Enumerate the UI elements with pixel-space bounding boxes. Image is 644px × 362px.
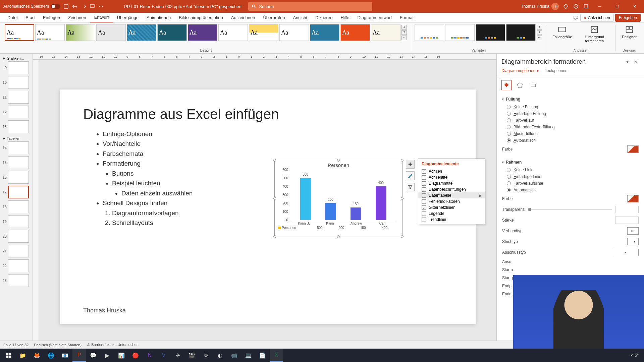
taskbar-zoom[interactable]: 📹 <box>227 349 241 362</box>
search-box[interactable] <box>248 2 372 11</box>
slide-thumb[interactable]: 22 <box>1 259 31 272</box>
theme-item[interactable]: Aa <box>96 24 126 41</box>
close-button[interactable]: ✕ <box>628 0 641 13</box>
slide-title[interactable]: Diagramme aus Excel einfügen <box>83 106 452 122</box>
slide-thumb[interactable]: 23 <box>1 274 31 287</box>
radio-option[interactable]: Keine Linie <box>507 167 640 173</box>
share-button[interactable]: Freigeben <box>615 14 641 22</box>
radio-option[interactable]: Bild- oder Texturfüllung <box>507 124 640 130</box>
taskbar-chrome[interactable]: 🌐 <box>44 349 58 362</box>
theme-item[interactable]: Aa <box>340 24 370 41</box>
minimize-button[interactable]: ─ <box>593 0 606 13</box>
tab-dictate[interactable]: Diktieren <box>311 13 336 22</box>
taskbar-app[interactable]: ◐ <box>213 349 227 362</box>
tab-file[interactable]: Datei <box>3 13 21 22</box>
slide-thumb[interactable]: 21 <box>1 245 31 257</box>
pane-dropdown-icon[interactable]: ▾ <box>625 58 630 66</box>
autosave-toggle[interactable]: Automatisches Speichern <box>3 4 60 9</box>
toggle-switch-icon[interactable] <box>51 4 60 9</box>
slide-thumb[interactable]: 9 <box>1 61 31 74</box>
user-account[interactable]: Thomas Hruska TH <box>521 3 559 10</box>
chart-object[interactable]: Personen 0100200300400500600 50020015040… <box>274 160 402 237</box>
taskbar-excel[interactable]: X <box>270 349 283 362</box>
section-fill[interactable]: Füllung <box>501 95 640 104</box>
slide-thumbnails-panel[interactable]: ▸ Grafiken... 910111213 ▸ Tabellen 14151… <box>0 54 33 354</box>
pane-icon-effects[interactable] <box>515 80 525 90</box>
checkbox-icon[interactable] <box>422 218 426 222</box>
tab-help[interactable]: Hilfe <box>336 13 353 22</box>
slide-thumb[interactable]: 12 <box>1 106 31 118</box>
checkbox-icon[interactable]: ✓ <box>422 187 426 192</box>
flyout-item[interactable]: Achsentitel <box>418 174 485 180</box>
search-input[interactable] <box>259 4 369 9</box>
flyout-item[interactable]: ✓Diagrammtitel <box>418 180 485 186</box>
flyout-item[interactable]: Datentabelle▶ <box>418 192 485 198</box>
checkbox-icon[interactable]: ✓ <box>422 205 426 210</box>
taskbar-obs[interactable]: ⚙ <box>199 349 213 362</box>
chart-styles-button[interactable] <box>406 171 415 180</box>
variant-item[interactable] <box>415 24 444 41</box>
chart-bar[interactable]: 200 <box>325 203 336 220</box>
tab-insert[interactable]: Einfügen <box>39 13 64 22</box>
dash-dropdown[interactable]: ⋯ ▾ <box>627 238 639 245</box>
taskbar-telegram[interactable]: ✈ <box>171 349 184 362</box>
pane-icon-fill[interactable] <box>501 80 512 90</box>
tab-format[interactable]: Format <box>396 13 418 22</box>
theme-item[interactable]: Aa <box>371 24 400 41</box>
checkbox-icon[interactable] <box>422 212 426 216</box>
taskbar-app[interactable]: 💻 <box>241 349 255 362</box>
tab-chartdesign[interactable]: Diagrammentwurf <box>353 13 396 22</box>
taskbar-vlc[interactable]: ▶ <box>101 349 114 362</box>
variant-item[interactable] <box>506 24 536 41</box>
color-picker-button[interactable] <box>627 195 639 202</box>
compound-dropdown[interactable]: ≡ ▾ <box>627 227 639 235</box>
undo-icon[interactable] <box>72 3 78 9</box>
taskbar-onenote[interactable]: N <box>143 349 156 362</box>
theme-item[interactable]: Aa <box>127 24 156 41</box>
tab-record[interactable]: Aufzeichnen <box>227 13 259 22</box>
variant-item[interactable] <box>445 24 475 41</box>
theme-item[interactable]: Aa <box>249 24 278 41</box>
selection-handle[interactable] <box>273 197 276 200</box>
chart-bar[interactable]: 500 <box>300 178 311 220</box>
radio-option[interactable]: Automatisch <box>507 187 640 193</box>
slide-thumb[interactable]: 14 <box>1 141 31 154</box>
chart-plot-area[interactable]: 0100200300400500600 500200150400 <box>291 170 395 220</box>
taskbar-firefox[interactable]: 🦊 <box>30 349 44 362</box>
tab-animations[interactable]: Animationen <box>143 13 175 22</box>
taskbar-app[interactable]: 📊 <box>115 349 128 362</box>
start-button[interactable] <box>2 349 15 362</box>
pane-tab-chartopts[interactable]: Diagrammoptionen ▾ <box>501 68 539 74</box>
checkbox-icon[interactable]: ✓ <box>422 181 426 186</box>
chart-bar[interactable]: 150 <box>351 207 361 220</box>
slide-thumb[interactable]: 10 <box>1 76 31 89</box>
slide-thumb[interactable]: 15 <box>1 156 31 169</box>
checkbox-icon[interactable] <box>422 199 426 204</box>
cap-dropdown[interactable]: ▾ <box>612 249 639 256</box>
taskbar-app[interactable]: 💬 <box>87 349 100 362</box>
tab-design[interactable]: Entwurf <box>90 13 113 22</box>
theme-item[interactable]: Aa <box>279 24 309 41</box>
selection-handle[interactable] <box>337 159 340 162</box>
checkbox-icon[interactable] <box>422 193 426 198</box>
tab-home[interactable]: Start <box>21 13 39 22</box>
theme-item[interactable]: Aa <box>188 24 217 41</box>
taskbar-visio[interactable]: V <box>157 349 170 362</box>
flyout-item[interactable]: Legende <box>418 210 485 217</box>
slide-thumb[interactable]: 20 <box>1 230 31 243</box>
selection-handle[interactable] <box>273 235 276 238</box>
theme-item[interactable]: Aa <box>66 24 95 41</box>
taskbar-outlook[interactable]: 📧 <box>58 349 72 362</box>
more-icon[interactable] <box>98 3 104 9</box>
flyout-item[interactable]: Trendlinie <box>418 217 485 223</box>
comments-icon[interactable] <box>573 15 579 21</box>
tab-transitions[interactable]: Übergänge <box>113 13 143 22</box>
accessibility-check[interactable]: ⚠ Barrierefreiheit: Untersuchen <box>87 343 139 347</box>
chart-elements-button[interactable]: ✚ <box>406 160 415 169</box>
variant-item[interactable] <box>476 24 505 41</box>
themes-more[interactable]: ▴▾⋯ <box>401 25 408 40</box>
tab-draw[interactable]: Zeichnen <box>64 13 90 22</box>
slide-thumb[interactable]: 11 <box>1 91 31 104</box>
chart-bar[interactable]: 400 <box>376 186 386 220</box>
slide-thumb[interactable]: 17 <box>1 186 31 198</box>
